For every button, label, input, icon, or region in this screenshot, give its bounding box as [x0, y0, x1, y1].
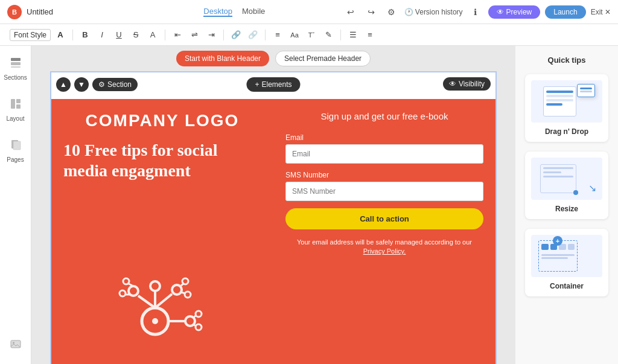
tip-card-container: + Container — [525, 229, 608, 296]
sections-label: Sections — [4, 74, 27, 81]
svg-rect-5 — [16, 104, 21, 109]
svg-point-23 — [185, 292, 191, 298]
svg-rect-0 — [11, 58, 21, 61]
cta-button[interactable]: Call to action — [285, 208, 483, 229]
toolbar-separator-2 — [165, 30, 165, 40]
settings-button[interactable]: ⚙ — [384, 4, 400, 20]
app-logo: B — [7, 5, 22, 19]
section-down-button[interactable]: ▼ — [74, 77, 89, 92]
info-button[interactable]: ℹ — [468, 4, 483, 20]
formatting-toolbar: Font Style A B I U S A ⇤ ⇌ ⇥ 🔗 🔗 ≡ Aa Tˇ… — [0, 24, 618, 46]
app-title: Untitled — [27, 7, 53, 16]
mobile-link[interactable]: Mobile — [242, 7, 265, 17]
tip-card-resize: ↘ Resize — [525, 152, 608, 219]
top-nav: B Untitled Desktop Mobile ↩ ↩ ⚙ 🕐 Versio… — [0, 0, 618, 24]
unlink-button[interactable]: 🔗 — [246, 28, 260, 42]
container-tip-name: Container — [531, 282, 602, 290]
toolbar-separator-4 — [265, 30, 266, 40]
dnd-visual — [531, 80, 602, 123]
sms-input[interactable] — [285, 182, 483, 201]
indent-button[interactable]: ≡ — [363, 28, 377, 42]
preview-button[interactable]: 👁 Preview — [488, 5, 541, 19]
sidebar-bottom — [2, 334, 29, 357]
select-premade-button[interactable]: Select Premade Header — [275, 51, 371, 66]
ordered-list-button[interactable]: ≡ — [270, 28, 285, 42]
italic-button[interactable]: I — [95, 28, 109, 42]
superscript-button[interactable]: Tˇ — [304, 28, 319, 42]
align-center-button[interactable]: ⇌ — [187, 28, 202, 42]
plus-icon: + — [255, 80, 259, 89]
email-label: Email — [285, 133, 483, 142]
exit-button[interactable]: Exit ✕ — [591, 8, 611, 16]
svg-line-25 — [180, 292, 185, 293]
svg-line-24 — [180, 283, 184, 286]
layout-label: Layout — [6, 115, 24, 122]
desktop-link[interactable]: Desktop — [203, 7, 232, 17]
quick-tips-panel: Quick tips — [515, 46, 618, 364]
sidebar-item-layout[interactable]: Layout — [2, 94, 29, 126]
section-controls: ▲ ▼ ⚙ Section — [56, 77, 138, 92]
launch-button[interactable]: Launch — [545, 5, 585, 19]
layout-icon — [10, 98, 22, 113]
text-color-button[interactable]: A — [53, 28, 68, 42]
email-form-group: Email — [285, 133, 483, 164]
headline-text[interactable]: 10 Free tips for social media engagment — [63, 140, 261, 180]
company-logo: COMPANY LOGO — [63, 111, 261, 130]
content-section: COMPANY LOGO 10 Free tips for social med… — [51, 99, 495, 364]
sidebar-item-image[interactable] — [2, 334, 29, 357]
network-icon — [114, 255, 211, 351]
email-input[interactable] — [285, 144, 483, 164]
undo-button[interactable]: ↩ — [343, 4, 358, 20]
bold-button[interactable]: B — [78, 28, 92, 42]
version-history-button[interactable]: 🕐 Version history — [404, 8, 463, 16]
quick-tips-title: Quick tips — [525, 56, 608, 65]
toolbar-separator-5 — [340, 30, 341, 40]
canvas-area: Start with Blank Header Select Premade H… — [31, 46, 515, 364]
svg-point-27 — [185, 316, 195, 326]
font-size-adj-button[interactable]: Aa — [287, 28, 302, 42]
unordered-list-button[interactable]: ☰ — [346, 28, 360, 42]
svg-line-14 — [155, 294, 172, 308]
svg-point-21 — [172, 285, 182, 295]
resize-visual: ↘ — [531, 158, 602, 200]
svg-point-15 — [150, 281, 160, 291]
canvas-header-bar: Start with Blank Header Select Premade H… — [31, 46, 515, 71]
font-size-button[interactable]: A — [145, 28, 160, 42]
privacy-link[interactable]: Privacy Policy. — [363, 247, 406, 255]
svg-rect-2 — [11, 66, 21, 68]
network-icon-area — [63, 193, 261, 364]
link-button[interactable]: 🔗 — [229, 28, 243, 42]
canvas-frame: ▲ ▼ ⚙ Section + Elements 👁 Visibility — [50, 71, 497, 364]
svg-point-18 — [119, 290, 126, 296]
sms-label: SMS Number — [285, 171, 483, 179]
resize-tip-name: Resize — [531, 205, 602, 213]
align-left-button[interactable]: ⇤ — [170, 28, 185, 42]
svg-rect-3 — [11, 99, 15, 109]
nav-actions: ↩ ↩ ⚙ 🕐 Version history ℹ 👁 Preview Laun… — [343, 4, 611, 20]
redo-button[interactable]: ↩ — [363, 4, 379, 20]
sidebar-item-sections[interactable]: Sections — [2, 53, 29, 85]
font-style-dropdown[interactable]: Font Style — [10, 29, 51, 41]
tip-card-dnd: Drag n' Drop — [525, 74, 608, 142]
svg-rect-1 — [11, 62, 21, 65]
gear-icon: ⚙ — [98, 80, 105, 89]
sidebar-item-pages[interactable]: Pages — [2, 135, 29, 167]
svg-point-9 — [13, 342, 14, 344]
svg-line-13 — [138, 296, 155, 308]
svg-line-30 — [194, 315, 196, 318]
start-blank-button[interactable]: Start with Blank Header — [176, 51, 269, 66]
strikethrough-button[interactable]: S — [129, 28, 143, 42]
toolbar-separator-1 — [72, 30, 73, 40]
right-headline: Sign up and get our free e-book — [321, 111, 448, 121]
align-right-button[interactable]: ⇥ — [204, 28, 218, 42]
elements-button[interactable]: + Elements — [246, 77, 300, 92]
edit-link-button[interactable]: ✎ — [321, 28, 336, 42]
section-up-button[interactable]: ▲ — [56, 77, 71, 92]
visibility-button[interactable]: 👁 Visibility — [443, 77, 491, 91]
dnd-tip-name: Drag n' Drop — [531, 127, 602, 136]
underline-button[interactable]: U — [112, 28, 126, 42]
left-panel: COMPANY LOGO 10 Free tips for social med… — [51, 99, 273, 364]
section-settings-button[interactable]: ⚙ Section — [92, 78, 138, 91]
svg-rect-7 — [13, 141, 21, 150]
right-panel: Sign up and get our free e-book Email SM… — [273, 99, 495, 364]
